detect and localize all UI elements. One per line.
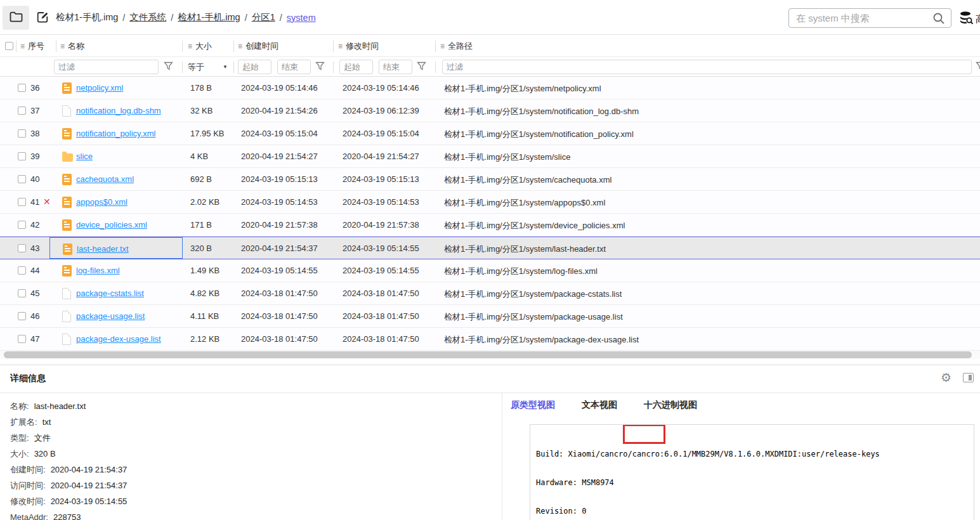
table-row[interactable]: 37 notification_log.db-shm 32 KB 2020-04… (0, 100, 980, 122)
name-filter-funnel-icon[interactable] (164, 62, 173, 71)
breadcrumb-item-system[interactable]: system (287, 13, 316, 23)
horizontal-scrollbar-thumb[interactable] (4, 351, 972, 358)
name-cell: netpolicy.xml (49, 77, 183, 99)
name-filter-input[interactable] (54, 60, 159, 74)
select-all-checkbox[interactable] (5, 42, 13, 50)
xml-file-icon (62, 128, 72, 140)
created-filter-funnel-icon[interactable] (315, 62, 325, 71)
path-filter-funnel-icon[interactable] (976, 62, 980, 71)
modified-filter-funnel-icon[interactable] (417, 62, 426, 71)
tab-original-view[interactable]: 原类型视图 (511, 400, 555, 411)
file-size: 4 KB (190, 152, 208, 161)
file-name-link[interactable]: notification_log.db-shm (76, 106, 161, 115)
column-header-name[interactable]: ≡名称 (60, 36, 84, 57)
file-name-link[interactable]: package-dex-usage.list (76, 334, 161, 344)
table-row[interactable]: 42 device_policies.xml 171 B 2020-04-19 … (0, 214, 980, 237)
row-checkbox[interactable] (18, 266, 26, 275)
row-checkbox[interactable] (18, 198, 26, 206)
path-filter-input[interactable] (442, 60, 972, 74)
property-size: 大小:320 B (10, 446, 127, 462)
gear-icon[interactable]: ⚙ (941, 370, 951, 385)
column-menu-icon[interactable]: ≡ (188, 42, 192, 51)
file-name-link[interactable]: notification_policy.xml (76, 129, 155, 138)
created-time: 2024-03-19 05:14:55 (241, 266, 318, 275)
row-checkbox[interactable] (18, 335, 26, 343)
created-time: 2020-04-19 21:54:37 (241, 244, 318, 253)
file-name-link[interactable]: log-files.xml (76, 266, 120, 275)
table-row[interactable]: 40 cachequota.xml 692 B 2024-03-19 05:15… (0, 168, 980, 191)
size-operator-select[interactable]: 等于▼ (188, 60, 230, 74)
column-menu-icon[interactable]: ≡ (440, 42, 445, 51)
table-row[interactable]: 44 log-files.xml 1.49 KB 2024-03-19 05:1… (0, 259, 980, 282)
table-row[interactable]: 46 package-usage.list 4.11 KB 2024-03-18… (0, 305, 980, 328)
column-menu-icon[interactable]: ≡ (20, 42, 25, 51)
row-checkbox[interactable] (18, 152, 26, 160)
search-icon[interactable] (932, 12, 945, 25)
column-header-size[interactable]: ≡大小 (188, 36, 212, 57)
row-checkbox[interactable] (18, 244, 26, 252)
breadcrumb-separator: / (171, 13, 173, 23)
file-name-link[interactable]: device_policies.xml (76, 220, 147, 230)
table-row[interactable]: 39 slice 4 KB 2020-04-19 21:54:27 2020-0… (0, 145, 980, 168)
file-name-link[interactable]: netpolicy.xml (76, 83, 123, 93)
column-header-index[interactable]: ≡序号 (20, 36, 44, 57)
row-checkbox[interactable] (18, 107, 26, 115)
edit-pencil-icon (36, 11, 49, 27)
name-cell: appops$0.xml (49, 191, 183, 213)
panel-toggle-icon[interactable] (963, 373, 974, 382)
search-box (788, 8, 951, 28)
row-checkbox[interactable] (18, 221, 26, 229)
row-index: 45 (30, 289, 39, 298)
row-index: 43 (30, 244, 39, 253)
file-name-link[interactable]: appops$0.xml (76, 197, 127, 207)
table-row-selected[interactable]: 43 last-header.txt 320 B 2020-04-19 21:5… (0, 237, 980, 259)
column-menu-icon[interactable]: ≡ (338, 42, 343, 51)
file-name-link[interactable]: package-cstats.list (76, 289, 144, 298)
breadcrumb-item-partition[interactable]: 分区1 (252, 11, 275, 23)
column-header-modified[interactable]: ≡修改时间 (338, 36, 379, 57)
created-time: 2024-03-19 05:15:04 (241, 129, 318, 138)
search-input[interactable] (789, 13, 932, 23)
row-index: 41 (30, 197, 39, 207)
row-checkbox[interactable] (18, 312, 26, 320)
column-divider (233, 62, 234, 73)
row-checkbox[interactable] (18, 129, 26, 138)
table-row[interactable]: 47 package-dex-usage.list 2.12 KB 2024-0… (0, 328, 980, 351)
column-header-created[interactable]: ≡创建时间 (238, 36, 278, 57)
column-header-path[interactable]: ≡全路径 (440, 36, 473, 57)
details-panel: 详细信息 ⚙ 名称:last-header.txt 扩展名:txt 类型:文件 … (0, 365, 980, 520)
tab-hex-view[interactable]: 十六进制视图 (644, 400, 697, 411)
edit-button[interactable] (35, 11, 50, 26)
created-time: 2024-03-18 01:47:50 (241, 289, 318, 298)
file-name-link[interactable]: last-header.txt (77, 244, 129, 254)
file-size: 320 B (190, 244, 212, 253)
advanced-search-button[interactable]: 高 (958, 10, 980, 28)
file-name-link[interactable]: cachequota.xml (76, 174, 134, 184)
created-time: 2024-03-18 01:47:50 (241, 311, 318, 321)
breadcrumb-separator: / (122, 13, 125, 23)
file-name-link[interactable]: package-usage.list (76, 311, 145, 321)
table-row[interactable]: 45 package-cstats.list 4.82 KB 2024-03-1… (0, 282, 980, 305)
created-end-input[interactable] (277, 60, 311, 74)
table-row[interactable]: 41 ✕ appops$0.xml 2.02 KB 2024-03-19 05:… (0, 191, 980, 214)
table-row[interactable]: 36 netpolicy.xml 178 B 2024-03-19 05:14:… (0, 77, 980, 100)
xml-file-icon (63, 244, 72, 255)
folder-name-link[interactable]: slice (76, 152, 93, 161)
column-menu-icon[interactable]: ≡ (60, 42, 65, 51)
folder-tree-button[interactable] (3, 6, 29, 30)
row-checkbox[interactable] (18, 289, 26, 297)
tab-text-view[interactable]: 文本视图 (582, 400, 617, 411)
created-start-input[interactable] (238, 60, 271, 74)
breadcrumb-item-image[interactable]: 检材1-手机.img (178, 11, 240, 23)
row-checkbox[interactable] (18, 175, 26, 183)
table-row[interactable]: 38 notification_policy.xml 17.95 KB 2024… (0, 122, 980, 145)
breadcrumb-item-filesystem[interactable]: 文件系统 (129, 11, 166, 23)
modified-start-input[interactable] (339, 60, 373, 74)
details-vertical-divider (502, 393, 502, 520)
column-menu-icon[interactable]: ≡ (238, 42, 242, 51)
modified-end-input[interactable] (379, 60, 412, 74)
name-cell: notification_policy.xml (49, 122, 183, 145)
row-checkbox[interactable] (18, 84, 26, 92)
full-path: 检材1-手机.img/分区1/system/package-cstats.lis… (444, 289, 622, 300)
modified-time: 2024-03-19 05:15:04 (343, 129, 419, 138)
